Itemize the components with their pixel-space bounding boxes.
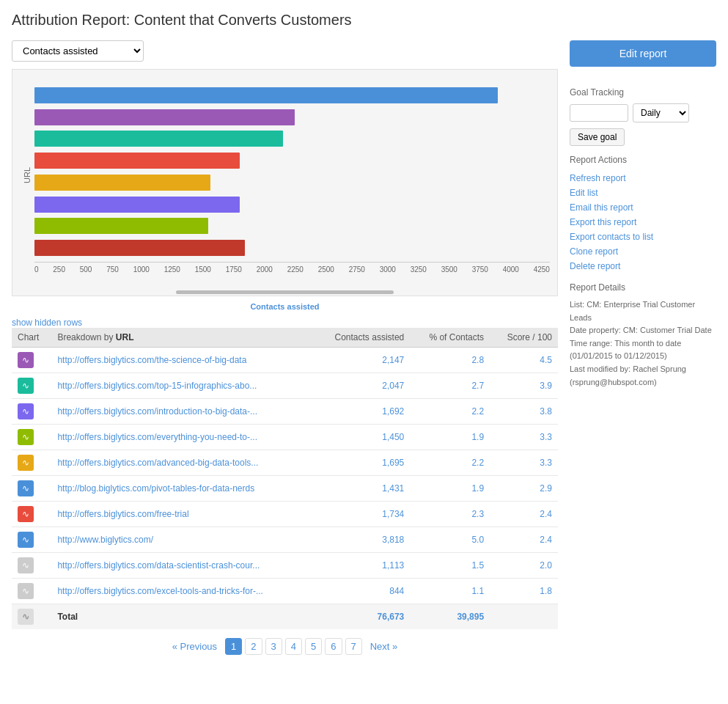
goal-frequency-select[interactable]: Daily Weekly Monthly bbox=[633, 103, 689, 122]
row-chart-icon-cell: ∿ bbox=[12, 399, 51, 425]
row-percent: 1.9 bbox=[410, 476, 490, 502]
right-panel: Edit report Goal Tracking Daily Weekly M… bbox=[570, 40, 716, 655]
row-url[interactable]: http://offers.biglytics.com/data-scienti… bbox=[51, 553, 312, 579]
row-contacts: 1,431 bbox=[312, 476, 410, 502]
clone-report-link[interactable]: Clone report bbox=[570, 244, 716, 259]
row-contacts: 1,113 bbox=[312, 553, 410, 579]
refresh-report-link[interactable]: Refresh report bbox=[570, 171, 716, 186]
x-axis-tick: 0 bbox=[34, 265, 39, 274]
chart-bar bbox=[34, 153, 240, 169]
email-report-link[interactable]: Email this report bbox=[570, 200, 716, 215]
pagination-page-4[interactable]: 4 bbox=[285, 638, 302, 655]
chart-bars-area: 0250500750100012501500175020002250250027… bbox=[34, 77, 550, 274]
chart-mini-icon[interactable]: ∿ bbox=[18, 557, 34, 573]
chart-mini-icon[interactable]: ∿ bbox=[18, 352, 34, 368]
chart-mini-icon[interactable]: ∿ bbox=[18, 532, 34, 548]
table-header-row: Chart Breakdown by URL Contacts assisted… bbox=[12, 328, 558, 348]
row-contacts: 2,047 bbox=[312, 373, 410, 399]
row-score: 3.3 bbox=[490, 450, 558, 476]
table-row: ∿http://offers.biglytics.com/the-science… bbox=[12, 348, 558, 373]
edit-report-button[interactable]: Edit report bbox=[570, 40, 716, 67]
x-axis-tick: 250 bbox=[53, 265, 65, 274]
row-chart-icon-cell: ∿ bbox=[12, 348, 51, 373]
chart-bar bbox=[34, 131, 283, 147]
row-chart-icon-cell: ∿ bbox=[12, 476, 51, 502]
metric-select[interactable]: Contacts assisted New contacts Customers bbox=[12, 40, 144, 62]
detail-list: List: CM: Enterprise Trial Customer Lead… bbox=[570, 298, 716, 324]
export-contacts-link[interactable]: Export contacts to list bbox=[570, 230, 716, 244]
x-axis-tick: 2000 bbox=[257, 265, 273, 274]
chart-mini-icon[interactable]: ∿ bbox=[18, 403, 34, 419]
table-row: ∿http://offers.biglytics.com/advanced-bi… bbox=[12, 450, 558, 476]
pagination-page-7[interactable]: 7 bbox=[345, 638, 362, 655]
row-url[interactable]: http://offers.biglytics.com/the-science-… bbox=[51, 348, 312, 373]
col-chart: Chart bbox=[12, 328, 51, 348]
row-score: 4.5 bbox=[490, 348, 558, 373]
row-contacts: 3,818 bbox=[312, 527, 410, 553]
row-contacts: 1,734 bbox=[312, 502, 410, 527]
chart-container: URL 025050075010001250150017502000225025… bbox=[12, 69, 558, 296]
row-chart-icon-cell: ∿ bbox=[12, 553, 51, 579]
chart-mini-icon[interactable]: ∿ bbox=[18, 480, 34, 496]
detail-time-range: Time range: This month to date (01/01/20… bbox=[570, 337, 716, 363]
chart-mini-icon[interactable]: ∿ bbox=[18, 429, 34, 445]
pagination-page-2[interactable]: 2 bbox=[245, 638, 262, 655]
x-axis-tick: 1750 bbox=[226, 265, 242, 274]
table-row: ∿http://offers.biglytics.com/top-15-info… bbox=[12, 373, 558, 399]
export-report-link[interactable]: Export this report bbox=[570, 215, 716, 230]
row-score: 2.9 bbox=[490, 476, 558, 502]
row-score: 1.8 bbox=[490, 579, 558, 604]
chart-bar-row bbox=[34, 128, 550, 149]
x-axis-tick: 1500 bbox=[195, 265, 211, 274]
chart-mini-icon[interactable]: ∿ bbox=[18, 583, 34, 599]
chart-bar bbox=[34, 87, 498, 103]
chart-scrollbar[interactable] bbox=[176, 290, 394, 294]
col-contacts: Contacts assisted bbox=[312, 328, 410, 348]
goal-input[interactable] bbox=[570, 104, 628, 122]
row-url[interactable]: http://blog.biglytics.com/pivot-tables-f… bbox=[51, 476, 312, 502]
row-contacts: 844 bbox=[312, 579, 410, 604]
row-contacts: 1,695 bbox=[312, 450, 410, 476]
x-axis-tick: 3750 bbox=[472, 265, 488, 274]
row-percent: 1.9 bbox=[410, 425, 490, 450]
row-url[interactable]: http://offers.biglytics.com/excel-tools-… bbox=[51, 579, 312, 604]
row-url[interactable]: http://offers.biglytics.com/everything-y… bbox=[51, 425, 312, 450]
edit-list-link[interactable]: Edit list bbox=[570, 186, 716, 200]
pagination-page-5[interactable]: 5 bbox=[305, 638, 322, 655]
row-url[interactable]: http://www.biglytics.com/ bbox=[51, 527, 312, 553]
row-url[interactable]: http://offers.biglytics.com/top-15-infog… bbox=[51, 373, 312, 399]
row-percent: 1.5 bbox=[410, 553, 490, 579]
table-total-row: ∿Total76,67339,895 bbox=[12, 604, 558, 630]
col-score: Score / 100 bbox=[490, 328, 558, 348]
chart-bar-row bbox=[34, 194, 550, 215]
pagination-page-1[interactable]: 1 bbox=[225, 638, 242, 655]
row-url[interactable]: http://offers.biglytics.com/free-trial bbox=[51, 502, 312, 527]
x-axis-tick: 4250 bbox=[534, 265, 550, 274]
save-goal-button[interactable]: Save goal bbox=[570, 128, 625, 146]
chart-mini-icon[interactable]: ∿ bbox=[18, 455, 34, 471]
row-score: 3.8 bbox=[490, 399, 558, 425]
row-chart-icon-cell: ∿ bbox=[12, 425, 51, 450]
chart-bar bbox=[34, 197, 240, 213]
pagination-page-6[interactable]: 6 bbox=[325, 638, 342, 655]
row-percent: 2.2 bbox=[410, 399, 490, 425]
row-url[interactable]: http://offers.biglytics.com/introduction… bbox=[51, 399, 312, 425]
pagination-page-3[interactable]: 3 bbox=[265, 638, 282, 655]
goal-tracking-label: Goal Tracking bbox=[570, 87, 716, 98]
total-percent: 39,895 bbox=[410, 604, 490, 630]
show-hidden-rows-link[interactable]: show hidden rows bbox=[12, 318, 82, 328]
table-row: ∿http://blog.biglytics.com/pivot-tables-… bbox=[12, 476, 558, 502]
chart-bar bbox=[34, 240, 245, 256]
row-percent: 2.8 bbox=[410, 348, 490, 373]
pagination-previous[interactable]: « Previous bbox=[167, 639, 222, 654]
table-row: ∿http://offers.biglytics.com/data-scient… bbox=[12, 553, 558, 579]
row-url[interactable]: http://offers.biglytics.com/advanced-big… bbox=[51, 450, 312, 476]
total-icon-cell: ∿ bbox=[12, 604, 51, 630]
chart-mini-icon[interactable]: ∿ bbox=[18, 506, 34, 522]
chart-mini-icon[interactable]: ∿ bbox=[18, 378, 34, 394]
left-panel: Contacts assisted New contacts Customers… bbox=[12, 40, 558, 655]
delete-report-link[interactable]: Delete report bbox=[570, 259, 716, 274]
x-axis-tick: 750 bbox=[106, 265, 119, 274]
goal-tracking-row: Daily Weekly Monthly bbox=[570, 103, 716, 122]
pagination-next[interactable]: Next » bbox=[365, 639, 403, 654]
